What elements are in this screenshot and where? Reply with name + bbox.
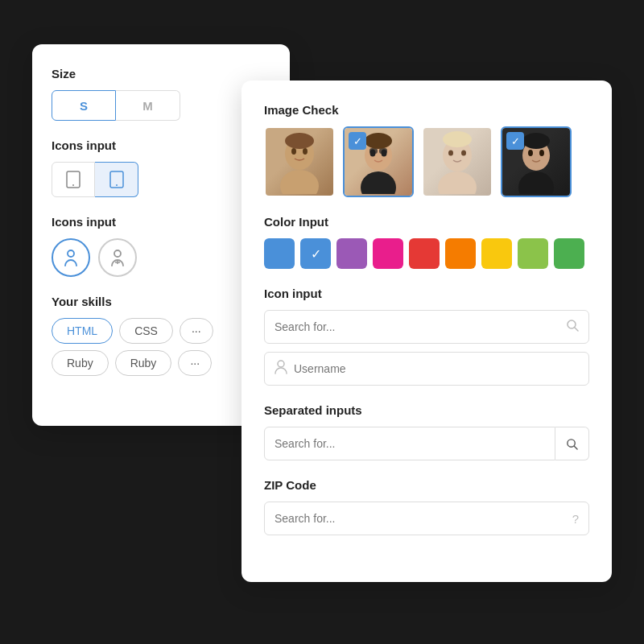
svg-point-11: [303, 148, 308, 155]
svg-point-14: [361, 171, 396, 194]
front-card: Image Check: [242, 80, 612, 582]
image-check-item-1[interactable]: [264, 126, 335, 197]
skills-section: Your skills HTML CSS ··· Ruby Ruby ···: [52, 295, 270, 376]
person-icon: [275, 360, 287, 378]
image-check-item-3[interactable]: [422, 126, 493, 197]
image-check-section: Image Check: [264, 103, 589, 197]
skill-ruby-2[interactable]: Ruby: [115, 350, 172, 376]
image-check-row: ✓: [264, 126, 589, 197]
svg-rect-18: [379, 148, 387, 154]
icons-input-1-label: Icons input: [52, 138, 270, 152]
face-svg-3: [433, 130, 481, 194]
size-button-group: S M: [52, 90, 270, 121]
separated-search-button[interactable]: [555, 427, 589, 460]
skill-html[interactable]: HTML: [52, 318, 113, 344]
svg-rect-17: [369, 148, 378, 154]
skill-css[interactable]: CSS: [119, 318, 173, 344]
image-check-label: Image Check: [264, 103, 589, 117]
zip-code-section: ZIP Code ?: [264, 478, 589, 535]
skill-ruby-1[interactable]: Ruby: [52, 350, 109, 376]
separated-inputs-section: Separated inputs: [264, 403, 589, 460]
zip-code-label: ZIP Code: [264, 478, 589, 492]
svg-point-29: [522, 133, 550, 149]
svg-point-9: [280, 170, 319, 194]
size-label: Size: [52, 67, 270, 80]
svg-point-19: [365, 133, 392, 149]
size-section: Size S M: [52, 67, 270, 121]
help-icon[interactable]: ?: [572, 512, 579, 526]
icons-input-2-label: Icons input: [52, 215, 270, 229]
icons-input-1-group: [52, 162, 270, 197]
skill-dots-2[interactable]: ···: [178, 350, 212, 376]
male-icon: [63, 248, 79, 267]
color-orange[interactable]: [445, 238, 476, 269]
skills-tag-group: HTML CSS ··· Ruby Ruby ···: [52, 318, 270, 376]
separated-search-input[interactable]: [264, 427, 555, 460]
color-green[interactable]: [554, 238, 584, 269]
image-check-item-2[interactable]: ✓: [343, 126, 414, 197]
svg-point-32: [278, 361, 284, 367]
icons-input-1-section: Icons input: [52, 138, 270, 197]
separated-input-row: [264, 427, 589, 460]
gender-button-group: [52, 238, 270, 277]
search-input-field[interactable]: [264, 310, 589, 344]
color-red[interactable]: [409, 238, 440, 269]
svg-point-1: [72, 184, 74, 186]
color-purple[interactable]: [336, 238, 367, 269]
color-blue-checked[interactable]: ✓: [300, 238, 331, 269]
size-s-button[interactable]: S: [52, 90, 116, 121]
color-input-label: Color Input: [264, 215, 589, 229]
skills-label: Your skills: [52, 295, 270, 308]
zip-input-field[interactable]: ?: [264, 502, 589, 535]
svg-point-10: [291, 148, 296, 155]
tablet-icon-2: [109, 171, 124, 188]
tablet-icon-1: [66, 171, 80, 188]
svg-point-12: [285, 133, 314, 149]
svg-line-31: [575, 328, 578, 331]
separated-inputs-label: Separated inputs: [264, 403, 589, 417]
search-input[interactable]: [275, 320, 566, 333]
check-mark-2: ✓: [349, 132, 366, 150]
svg-point-21: [438, 171, 477, 194]
svg-point-3: [116, 184, 118, 186]
icon-input-section: Icon input: [264, 287, 589, 386]
female-icon: [109, 248, 126, 267]
check-mark-4: ✓: [506, 132, 524, 150]
svg-point-28: [539, 150, 544, 156]
svg-point-23: [461, 151, 466, 156]
face-image-3: [423, 128, 491, 196]
female-button[interactable]: [98, 238, 137, 277]
color-light-green[interactable]: [518, 238, 548, 269]
svg-point-27: [528, 150, 533, 156]
face-image-1: [266, 128, 333, 196]
svg-point-22: [448, 151, 453, 156]
color-pink[interactable]: [373, 238, 403, 269]
icon-input-label: Icon input: [264, 287, 589, 300]
image-check-item-4[interactable]: ✓: [501, 126, 572, 197]
svg-line-34: [574, 446, 577, 449]
size-m-button[interactable]: M: [116, 90, 180, 121]
color-input-section: Color Input ✓: [264, 215, 589, 269]
username-input[interactable]: [294, 362, 579, 375]
male-button[interactable]: [52, 238, 90, 277]
icons-input-2-section: Icons input: [52, 215, 270, 277]
svg-point-24: [443, 131, 472, 147]
separated-search-icon: [566, 438, 578, 450]
tablet-icon-btn-1[interactable]: [52, 162, 95, 197]
zip-input[interactable]: [275, 512, 572, 525]
svg-point-26: [518, 171, 554, 194]
username-input-field[interactable]: [264, 352, 589, 386]
svg-point-5: [114, 250, 121, 257]
svg-point-4: [68, 250, 74, 257]
skill-dots-1[interactable]: ···: [180, 318, 213, 344]
color-swatch-row: ✓: [264, 238, 589, 269]
face-svg-1: [275, 130, 324, 194]
tablet-icon-btn-2[interactable]: [95, 162, 138, 197]
search-icon: [566, 319, 579, 335]
color-blue[interactable]: [264, 238, 295, 269]
color-yellow[interactable]: [481, 238, 512, 269]
